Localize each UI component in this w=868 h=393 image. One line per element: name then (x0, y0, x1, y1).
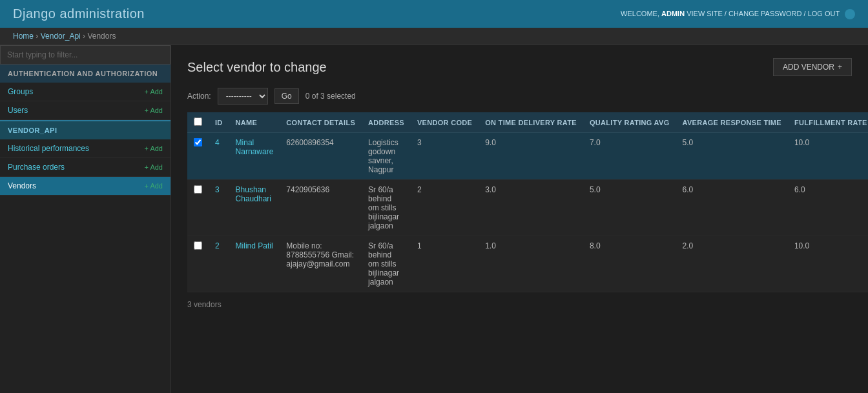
breadcrumb-vendor-api[interactable]: Vendor_Api (41, 32, 81, 41)
row-checkbox-cell[interactable] (187, 133, 209, 180)
user-tools-icon (845, 9, 855, 19)
sidebar-item-users-add[interactable]: + Add (145, 106, 163, 114)
row-address: Sr 60/a behind om stills bijlinagar jalg… (362, 180, 411, 236)
sidebar-item-purchase-add[interactable]: + Add (145, 163, 163, 171)
row-fulfillment: 10.0 (788, 133, 868, 180)
sidebar-item-historical-performances[interactable]: Historical performances + Add (0, 139, 170, 158)
site-branding: Django administration (13, 6, 145, 21)
col-header-vendor-code[interactable]: VENDOR CODE (411, 112, 479, 133)
row-vendor-code: 3 (411, 133, 479, 180)
row-name: Bhushan Chaudhari (229, 180, 280, 236)
action-go-button[interactable]: Go (274, 88, 299, 104)
row-name: Minal Narnaware (229, 133, 280, 180)
table-row: 4 Minal Narnaware 62600896354 Logistics … (187, 133, 868, 180)
auth-section-header: AUTHENTICATION AND AUTHORIZATION (0, 65, 170, 83)
row-on-time: 3.0 (479, 180, 583, 236)
row-id: 4 (209, 133, 229, 180)
sidebar-item-vendors-label: Vendors (8, 181, 36, 190)
row-on-time: 1.0 (479, 236, 583, 292)
row-address: Logistics godown savner, Nagpur (362, 133, 411, 180)
row-response: 5.0 (676, 133, 788, 180)
col-header-fulfillment[interactable]: FULFILLMENT RATE (788, 112, 868, 133)
row-on-time: 9.0 (479, 133, 583, 180)
action-bar: Action: ---------- Go 0 of 3 selected (187, 88, 852, 105)
row-name-link[interactable]: Bhushan Chaudhari (236, 185, 271, 203)
sidebar-item-historical-add[interactable]: + Add (145, 145, 163, 152)
row-checkbox[interactable] (194, 185, 202, 194)
sidebar: AUTHENTICATION AND AUTHORIZATION Groups … (0, 45, 171, 393)
sidebar-item-users-label: Users (8, 106, 28, 115)
row-checkbox[interactable] (194, 138, 202, 146)
sidebar-item-vendors[interactable]: Vendors + Add (0, 177, 170, 196)
header: Django administration WELCOME, ADMIN VIE… (0, 0, 868, 28)
breadcrumb-current: Vendors (87, 32, 116, 41)
sidebar-item-historical-label: Historical performances (8, 144, 89, 153)
row-contact: 7420905636 (280, 180, 362, 236)
content-header: Select vendor to change ADD VENDOR + (187, 58, 852, 76)
view-site-link[interactable]: VIEW SITE (687, 9, 723, 17)
sidebar-item-groups-label: Groups (8, 87, 33, 96)
select-all-header (187, 112, 209, 133)
change-password-link[interactable]: CHANGE PASSWORD (728, 9, 801, 17)
row-fulfillment: 10.0 (788, 236, 868, 292)
action-select[interactable]: ---------- (218, 88, 268, 105)
row-address: Sr 60/a behind om stills bijlinagar jalg… (362, 236, 411, 292)
row-response: 6.0 (676, 180, 788, 236)
log-out-link[interactable]: LOG OUT (808, 9, 840, 17)
table-header-row: ID NAME CONTACT DETAILS ADDRESS VENDOR C… (187, 112, 868, 133)
row-checkbox-cell[interactable] (187, 180, 209, 236)
action-label: Action: (187, 92, 211, 101)
selected-count: 0 of 3 selected (305, 92, 356, 101)
breadcrumb-home[interactable]: Home (13, 32, 34, 41)
page-title: Select vendor to change (187, 60, 327, 75)
row-contact: 62600896354 (280, 133, 362, 180)
welcome-text: WELCOME, (621, 9, 659, 17)
col-header-response[interactable]: AVERAGE RESPONSE TIME (676, 112, 788, 133)
row-id-link[interactable]: 4 (215, 138, 220, 147)
row-id: 2 (209, 236, 229, 292)
row-checkbox[interactable] (194, 241, 202, 250)
row-quality: 8.0 (583, 236, 676, 292)
sidebar-item-purchase-orders[interactable]: Purchase orders + Add (0, 158, 170, 177)
row-id-link[interactable]: 2 (215, 241, 220, 250)
vendors-table: ID NAME CONTACT DETAILS ADDRESS VENDOR C… (187, 112, 868, 292)
table-body: 4 Minal Narnaware 62600896354 Logistics … (187, 133, 868, 292)
main-content: Select vendor to change ADD VENDOR + Act… (171, 45, 868, 393)
col-header-name[interactable]: NAME (229, 112, 280, 133)
select-all-checkbox[interactable] (194, 117, 202, 126)
col-header-address[interactable]: ADDRESS (362, 112, 411, 133)
vendor-api-section-header: VENDOR_API (0, 120, 170, 139)
row-vendor-code: 1 (411, 236, 479, 292)
username: ADMIN (661, 9, 685, 17)
table-row: 2 Milind Patil Mobile no: 8788555756 Gma… (187, 236, 868, 292)
col-header-quality[interactable]: QUALITY RATING AVG (583, 112, 676, 133)
results-count: 3 vendors (187, 300, 852, 309)
table-row: 3 Bhushan Chaudhari 7420905636 Sr 60/a b… (187, 180, 868, 236)
auth-section-items: Groups + Add Users + Add (0, 83, 170, 120)
row-checkbox-cell[interactable] (187, 236, 209, 292)
col-header-id[interactable]: ID (209, 112, 229, 133)
row-id-link[interactable]: 3 (215, 185, 220, 194)
row-name-link[interactable]: Milind Patil (236, 241, 273, 250)
row-quality: 7.0 (583, 133, 676, 180)
sidebar-item-vendors-add[interactable]: + Add (145, 182, 163, 190)
row-response: 2.0 (676, 236, 788, 292)
sidebar-item-groups[interactable]: Groups + Add (0, 83, 170, 101)
row-name: Milind Patil (229, 236, 280, 292)
filter-input[interactable] (0, 45, 170, 65)
row-quality: 5.0 (583, 180, 676, 236)
row-contact: Mobile no: 8788555756 Gmail: ajajay@gmai… (280, 236, 362, 292)
sidebar-item-users[interactable]: Users + Add (0, 101, 170, 120)
add-vendor-label: ADD VENDOR (783, 63, 834, 72)
row-id: 3 (209, 180, 229, 236)
sidebar-item-groups-add[interactable]: + Add (145, 88, 163, 96)
sidebar-filter[interactable] (0, 45, 170, 65)
col-header-on-time[interactable]: ON TIME DELIVERY RATE (479, 112, 583, 133)
breadcrumb: Home › Vendor_Api › Vendors (0, 28, 868, 45)
col-header-contact[interactable]: CONTACT DETAILS (280, 112, 362, 133)
row-name-link[interactable]: Minal Narnaware (236, 138, 274, 156)
vendor-api-section-items: Historical performances + Add Purchase o… (0, 139, 170, 196)
add-vendor-button[interactable]: ADD VENDOR + (773, 58, 852, 76)
add-vendor-icon: + (838, 63, 842, 72)
user-info: WELCOME, ADMIN VIEW SITE / CHANGE PASSWO… (621, 9, 855, 19)
